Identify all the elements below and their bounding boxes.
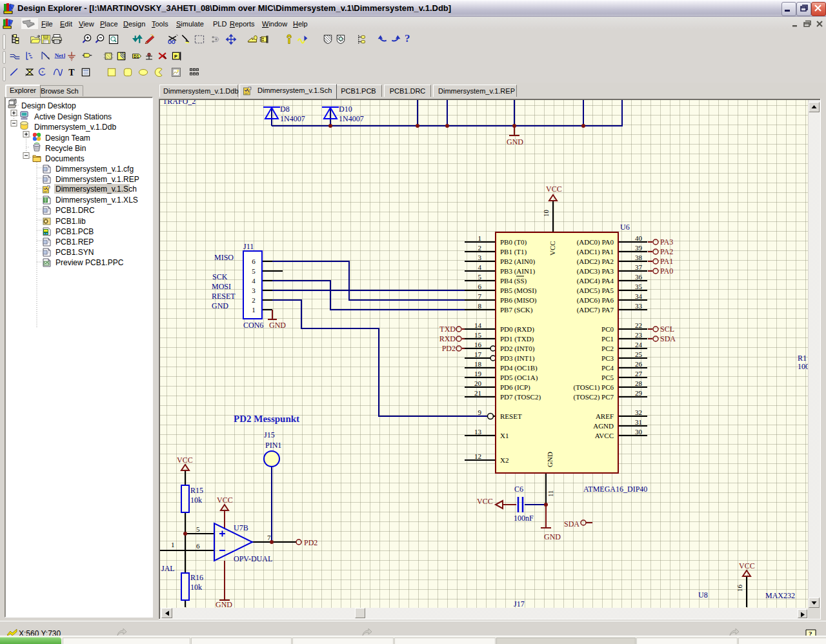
svg-text:Dimmersystem_v.1.XLS: Dimmersystem_v.1.XLS: [55, 196, 138, 205]
svg-text:16: 16: [736, 585, 743, 592]
svg-text:MOSI: MOSI: [212, 282, 231, 291]
svg-text:PB4 (SS): PB4 (SS): [500, 277, 527, 285]
svg-text:(ADC4) PA4: (ADC4) PA4: [577, 277, 614, 285]
svg-text:1: 1: [171, 541, 175, 548]
svg-text:VCC: VCC: [739, 561, 755, 570]
svg-text:33: 33: [635, 302, 643, 310]
svg-text:PCB1.SYN: PCB1.SYN: [55, 248, 94, 257]
svg-text:10k: 10k: [190, 583, 202, 592]
svg-text:PD4 (OC1B): PD4 (OC1B): [500, 364, 538, 372]
svg-text:PD0 (RXD): PD0 (RXD): [500, 325, 534, 334]
svg-text:36: 36: [635, 273, 643, 281]
svg-text:J11: J11: [243, 242, 254, 251]
svg-text:SCL: SCL: [660, 325, 674, 334]
svg-text:SDA: SDA: [564, 519, 579, 528]
svg-text:Dimmersystem_v.1.cfg: Dimmersystem_v.1.cfg: [55, 165, 134, 174]
svg-text:PA3: PA3: [660, 237, 673, 247]
svg-text:Preview PCB1.PPC: Preview PCB1.PPC: [55, 258, 124, 267]
svg-text:PCB1.PCB: PCB1.PCB: [55, 227, 94, 236]
svg-text:PA2: PA2: [660, 247, 673, 256]
svg-text:JAL: JAL: [161, 564, 175, 573]
svg-text:(ADC0) PA0: (ADC0) PA0: [577, 238, 614, 247]
svg-text:6: 6: [478, 283, 482, 290]
svg-text:40: 40: [635, 234, 643, 242]
svg-text:37: 37: [635, 263, 643, 271]
svg-text:J17: J17: [514, 599, 525, 607]
svg-text:5: 5: [252, 267, 256, 275]
svg-text:PD2: PD2: [304, 538, 317, 547]
svg-text:25: 25: [635, 350, 643, 358]
svg-text:T: T: [68, 68, 75, 77]
svg-text:100: 100: [798, 362, 808, 371]
svg-text:9: 9: [478, 408, 482, 416]
svg-text:1: 1: [478, 234, 482, 242]
svg-text:3: 3: [478, 254, 482, 261]
svg-text:19: 19: [474, 370, 482, 377]
svg-text:AVCC: AVCC: [595, 432, 614, 439]
svg-text:(ADC6) PA6: (ADC6) PA6: [577, 296, 614, 305]
svg-text:2: 2: [478, 244, 482, 252]
svg-text:1: 1: [252, 306, 256, 314]
svg-text:38: 38: [635, 254, 643, 261]
svg-text:VCC: VCC: [177, 456, 193, 465]
svg-text:18: 18: [474, 360, 482, 368]
svg-text:(ADC7) PA7: (ADC7) PA7: [577, 306, 614, 314]
svg-text:(TOSC1) PC6: (TOSC1) PC6: [574, 383, 614, 392]
svg-text:PCB1.DRC: PCB1.DRC: [55, 206, 95, 215]
svg-text:26: 26: [635, 360, 643, 368]
svg-text:PB0 (T0): PB0 (T0): [500, 238, 527, 247]
svg-text:PB5 (MOSI): PB5 (MOSI): [500, 287, 537, 295]
svg-text:14: 14: [474, 321, 482, 329]
svg-text:D1: D1: [134, 54, 139, 59]
svg-text:(ADC2) PA2: (ADC2) PA2: [577, 257, 614, 266]
svg-text:2: 2: [252, 296, 256, 304]
svg-text:SCK: SCK: [212, 272, 228, 281]
svg-text:PD1 (TXD): PD1 (TXD): [500, 335, 534, 343]
svg-text:39: 39: [635, 244, 643, 252]
svg-text:CON6: CON6: [243, 321, 263, 330]
svg-text:VCC: VCC: [217, 496, 233, 505]
svg-text:Dimmersystem_v.1.Sch: Dimmersystem_v.1.Sch: [55, 185, 137, 194]
svg-text:RXD: RXD: [439, 334, 456, 343]
svg-text:(TOSC2) PC7: (TOSC2) PC7: [574, 393, 614, 401]
svg-text:U6: U6: [620, 223, 630, 232]
svg-text:PC0: PC0: [601, 325, 614, 333]
svg-text:34: 34: [635, 292, 643, 300]
svg-text:(ADC1) PA1: (ADC1) PA1: [577, 248, 614, 256]
svg-text:10: 10: [542, 210, 550, 217]
svg-text:16: 16: [474, 341, 482, 348]
svg-text:PD7 (TOSC2): PD7 (TOSC2): [500, 393, 541, 401]
svg-text:VCC: VCC: [546, 185, 562, 194]
svg-text:PC1: PC1: [601, 335, 614, 343]
svg-text:(ADC5) PA5: (ADC5) PA5: [577, 287, 614, 295]
svg-text:PC2: PC2: [601, 345, 614, 352]
svg-text:30: 30: [635, 428, 643, 436]
svg-text:P: P: [174, 54, 177, 59]
svg-text:4: 4: [252, 277, 256, 285]
svg-text:PD6 (ICP): PD6 (ICP): [500, 383, 530, 392]
svg-text:28: 28: [635, 379, 643, 387]
svg-text:3: 3: [252, 287, 256, 294]
svg-text:(ADC3) PA3: (ADC3) PA3: [577, 267, 614, 276]
svg-text:4: 4: [478, 263, 482, 271]
svg-text:PB6 (MISO): PB6 (MISO): [500, 296, 537, 305]
svg-text:35: 35: [635, 283, 643, 290]
svg-text:6: 6: [252, 257, 256, 265]
svg-text:5: 5: [478, 273, 482, 281]
svg-text:VCC: VCC: [477, 497, 493, 506]
svg-text:GND: GND: [507, 137, 523, 146]
svg-text:31: 31: [635, 418, 642, 426]
svg-text:PB2 (AIN0): PB2 (AIN0): [500, 257, 535, 266]
svg-text:32: 32: [635, 408, 642, 416]
svg-text:J15: J15: [264, 430, 275, 439]
svg-text:PA1: PA1: [660, 257, 673, 266]
svg-text:GND: GND: [212, 301, 228, 310]
svg-text:PCB1.lib: PCB1.lib: [55, 217, 86, 226]
svg-text:PD3 (INT1): PD3 (INT1): [500, 354, 535, 363]
svg-text:C6: C6: [514, 485, 523, 494]
svg-text:Active Design Stations: Active Design Stations: [34, 112, 112, 121]
svg-text:10k: 10k: [190, 496, 202, 505]
svg-text:X2: X2: [500, 456, 509, 464]
svg-text:12: 12: [474, 452, 481, 460]
svg-text:D10: D10: [339, 105, 352, 114]
